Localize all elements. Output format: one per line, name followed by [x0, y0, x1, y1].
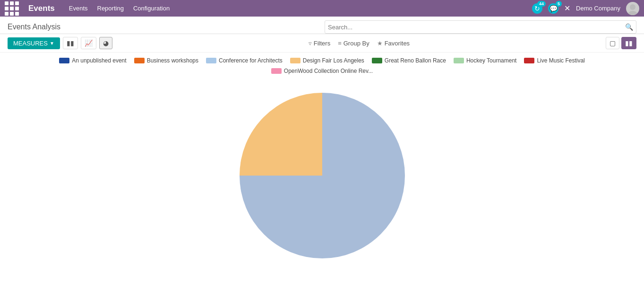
legend-item: Conference for Architects: [206, 57, 283, 64]
svg-point-0: [630, 4, 635, 10]
legend-item: Great Reno Ballon Race: [372, 57, 446, 64]
legend-color: [524, 58, 534, 63]
topbar-right: ↻ 44 💬 5 ✕ Demo Company: [532, 2, 639, 15]
close-icon[interactable]: ✕: [564, 4, 570, 13]
groupby-button[interactable]: ≡ Group By: [338, 40, 369, 47]
legend-item: Business workshops: [134, 57, 198, 64]
avatar[interactable]: [626, 2, 639, 15]
search-input[interactable]: [328, 24, 625, 31]
measures-button[interactable]: MEASURES ▼: [8, 37, 60, 49]
star-icon: ★: [377, 40, 383, 47]
legend-label: Conference for Architects: [219, 57, 283, 64]
legend-color: [271, 68, 282, 74]
chart-area: [0, 76, 644, 275]
subheader: Events Analysis 🔍: [0, 17, 644, 34]
message-badge-icon[interactable]: 💬 5: [548, 3, 558, 14]
search-icon: 🔍: [625, 23, 633, 31]
nav-events[interactable]: Events: [69, 5, 88, 12]
legend-color: [59, 58, 69, 63]
svg-point-1: [628, 11, 637, 15]
chart-legend: An unpublished eventBusiness workshopsCo…: [0, 53, 644, 76]
pie-chart-button[interactable]: ◕: [99, 37, 112, 49]
app-title: Events: [28, 4, 55, 13]
topbar: Events Events Reporting Configuration ↻ …: [0, 0, 644, 17]
apps-grid-icon[interactable]: [5, 1, 19, 16]
legend-color: [290, 58, 301, 63]
clock-badge-icon[interactable]: ↻ 44: [532, 3, 542, 14]
legend-item: OpenWood Collection Online Rev...: [271, 68, 373, 74]
groupby-icon: ≡: [338, 40, 342, 47]
toolbar: MEASURES ▼ ▮▮ 📈 ◕ ▿ Filters ≡ Group By ★…: [0, 34, 644, 53]
legend-label: Hockey Tournament: [466, 57, 517, 64]
clock-badge-count: 44: [537, 1, 546, 7]
legend-item: Hockey Tournament: [454, 57, 517, 64]
legend-label: OpenWood Collection Online Rev...: [284, 68, 373, 74]
toolbar-right: ▢ ▮▮: [606, 37, 636, 49]
filter-icon: ▿: [309, 40, 312, 47]
legend-item: Design Fair Los Angeles: [290, 57, 364, 64]
legend-label: Live Music Festival: [537, 57, 584, 64]
line-chart-button[interactable]: 📈: [81, 37, 96, 49]
legend-label: Design Fair Los Angeles: [303, 57, 364, 64]
legend-label: An unpublished event: [72, 57, 126, 64]
pie-chart: [240, 93, 405, 258]
bar-chart-button[interactable]: ▮▮: [63, 37, 78, 49]
favorites-button[interactable]: ★ Favorites: [377, 40, 410, 47]
filter-group: ▿ Filters ≡ Group By ★ Favorites: [309, 40, 410, 47]
legend-label: Business workshops: [147, 57, 198, 64]
legend-color: [206, 58, 216, 63]
legend-item: An unpublished event: [59, 57, 126, 64]
nav-configuration[interactable]: Configuration: [133, 5, 170, 12]
company-name: Demo Company: [576, 5, 620, 12]
legend-label: Great Reno Ballon Race: [385, 57, 446, 64]
nav-reporting[interactable]: Reporting: [97, 5, 124, 12]
message-badge-count: 5: [556, 1, 562, 7]
search-bar: 🔍: [325, 20, 636, 34]
top-nav: Events Reporting Configuration: [69, 5, 170, 12]
toolbar-left: MEASURES ▼ ▮▮ 📈 ◕: [8, 37, 112, 49]
measures-caret: ▼: [50, 41, 54, 46]
legend-color: [134, 58, 145, 63]
legend-color: [454, 58, 464, 63]
page-title: Events Analysis: [8, 23, 60, 31]
legend-color: [372, 58, 382, 63]
legend-item: Live Music Festival: [524, 57, 584, 64]
grid-view-button[interactable]: ▢: [606, 37, 619, 49]
filters-button[interactable]: ▿ Filters: [309, 40, 330, 47]
chart-view-button[interactable]: ▮▮: [621, 37, 636, 49]
